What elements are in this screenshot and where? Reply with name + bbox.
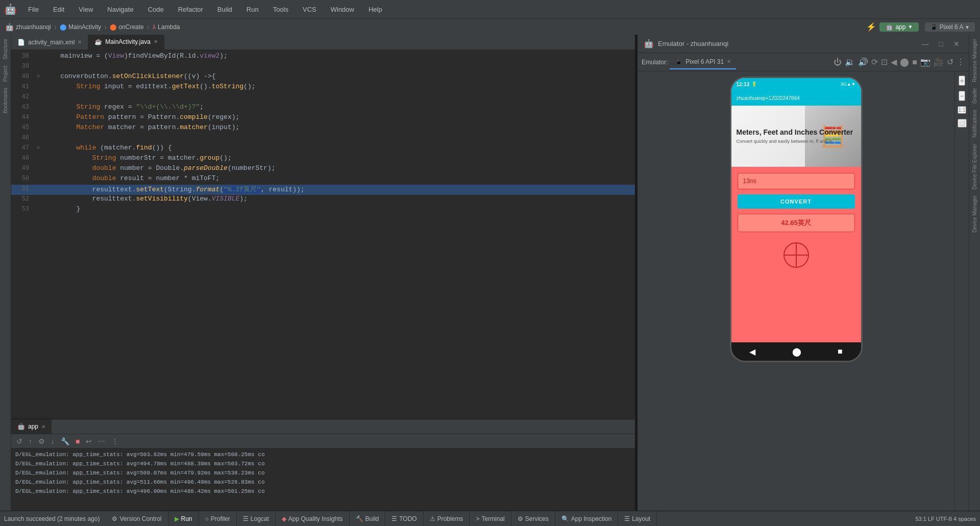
fold-button[interactable]: ⊡ bbox=[881, 57, 888, 67]
phone-recents-button[interactable]: ■ bbox=[838, 347, 843, 356]
crosshair-circle bbox=[783, 242, 809, 268]
emu-add-button[interactable]: + bbox=[959, 76, 965, 86]
problems-icon: ⚠ bbox=[430, 515, 435, 522]
stop-button[interactable]: ■ bbox=[74, 436, 82, 446]
status-tab-terminal[interactable]: > Terminal bbox=[470, 511, 511, 526]
emulator-maximize-button[interactable]: □ bbox=[936, 39, 946, 49]
menu-code[interactable]: Code bbox=[145, 4, 167, 15]
structure-side-icon[interactable]: Structure bbox=[3, 39, 8, 60]
device-select-button[interactable]: 📱 Pixel 6 A ▼ bbox=[925, 22, 975, 32]
volume-down-button[interactable]: 🔉 bbox=[845, 57, 855, 67]
power-button[interactable]: ⏻ bbox=[834, 58, 842, 67]
status-tab-app-inspection[interactable]: 🔍 App Inspection bbox=[555, 511, 618, 526]
home-button[interactable]: ⬤ bbox=[900, 57, 909, 67]
volume-up-button[interactable]: 🔊 bbox=[858, 57, 868, 67]
status-tab-profiler[interactable]: ○ Profiler bbox=[199, 511, 237, 526]
breadcrumb-lambda[interactable]: λ Lambda bbox=[153, 23, 180, 31]
run-label: Run bbox=[181, 515, 192, 522]
status-tab-layout[interactable]: ☰ Layout bbox=[618, 511, 657, 526]
layout-icon: ☰ bbox=[624, 515, 630, 522]
emulator-tab-bar: Emulator: 📱 Pixel 6 API 31 ✕ ⏻ 🔉 🔊 ⟳ ⊡ ◀… bbox=[638, 53, 969, 71]
video-button[interactable]: 🎥 bbox=[934, 57, 944, 67]
status-tab-app-quality-insights[interactable]: ◆ App Quality Insights bbox=[276, 511, 350, 526]
vcs-button[interactable]: ⚡ bbox=[866, 22, 876, 32]
menu-edit[interactable]: Edit bbox=[50, 4, 67, 15]
tab-mainactivity-java[interactable]: ☕ MainActivity.java ✕ bbox=[88, 35, 164, 49]
gradle-side-icon[interactable]: Gradle bbox=[972, 88, 977, 104]
device-manager-side-icon[interactable]: Device Manager bbox=[972, 195, 977, 233]
collapse-button[interactable]: ⋮ bbox=[109, 436, 120, 446]
breadcrumb-project-label: zhuanhuanqi bbox=[16, 23, 51, 31]
java-tab-close[interactable]: ✕ bbox=[154, 39, 158, 44]
xml-tab-icon: 📄 bbox=[17, 39, 25, 46]
menu-tools[interactable]: Tools bbox=[270, 4, 291, 15]
expand-button[interactable]: ⋯ bbox=[96, 436, 107, 446]
menu-build[interactable]: Build bbox=[214, 4, 235, 15]
layout-label: Layout bbox=[632, 515, 650, 522]
breadcrumb-project[interactable]: 🤖 zhuanhuanqi bbox=[5, 23, 51, 31]
run-tab[interactable]: 🤖 app ✕ bbox=[11, 419, 52, 434]
restart-button[interactable]: ↺ bbox=[14, 436, 24, 446]
code-line-39: 39 bbox=[11, 62, 635, 72]
phone-input-field[interactable]: 13mi bbox=[738, 173, 855, 189]
breadcrumb-method[interactable]: ⬤ onCreate bbox=[110, 23, 143, 31]
status-tab-problems[interactable]: ⚠ Problems bbox=[424, 511, 470, 526]
tab-bar: 📄 activity_main.xml ✕ ☕ MainActivity.jav… bbox=[11, 35, 635, 50]
wrench-button[interactable]: 🔧 bbox=[59, 436, 71, 446]
wrap-button[interactable]: ↩ bbox=[84, 436, 94, 446]
status-tab-build[interactable]: 🔨 Build bbox=[350, 511, 386, 526]
xml-tab-close[interactable]: ✕ bbox=[78, 39, 82, 45]
phone-home-button[interactable]: ⬤ bbox=[792, 347, 801, 357]
run-tab-close[interactable]: ✕ bbox=[41, 424, 45, 430]
menu-run[interactable]: Run bbox=[243, 4, 262, 15]
scroll-up-button[interactable]: ↑ bbox=[27, 436, 34, 446]
device-tab-close[interactable]: ✕ bbox=[727, 59, 731, 64]
aqi-label: App Quality Insights bbox=[288, 515, 343, 522]
stop-button-emu[interactable]: ■ bbox=[912, 58, 917, 67]
code-line-44: 44 Pattern pattern = Pattern.compile(reg… bbox=[11, 113, 635, 123]
more-options-button[interactable]: ⋮ bbox=[957, 57, 965, 67]
menu-file[interactable]: File bbox=[25, 4, 42, 15]
menu-vcs[interactable]: VCS bbox=[300, 4, 320, 15]
menu-refactor[interactable]: Refactor bbox=[175, 4, 206, 15]
code-line-47: 47 ◇ while (matcher.find()) { bbox=[11, 144, 635, 154]
log-line-1: D/EGL_emulation: app_time_stats: avg=503… bbox=[15, 450, 631, 459]
phone-crosshair-area bbox=[738, 237, 855, 273]
project-side-icon[interactable]: Project bbox=[3, 66, 8, 82]
menu-window[interactable]: Window bbox=[328, 4, 357, 15]
bookmarks-side-icon[interactable]: Bookmarks bbox=[3, 88, 8, 113]
java-tab-label: MainActivity.java bbox=[105, 38, 150, 45]
camera-button[interactable]: 📷 bbox=[920, 57, 930, 67]
emu-screenshot-button[interactable]: ⬜ bbox=[958, 119, 967, 128]
app-inspection-icon: 🔍 bbox=[561, 515, 569, 522]
emulator-minimize-button[interactable]: — bbox=[919, 39, 932, 49]
status-tab-logcat[interactable]: ☰ Logcat bbox=[237, 511, 276, 526]
emulator-device-tab[interactable]: 📱 Pixel 6 API 31 ✕ bbox=[670, 55, 736, 69]
refresh-button[interactable]: ↺ bbox=[947, 57, 953, 67]
settings-button[interactable]: ⚙ bbox=[36, 436, 47, 446]
status-tab-services[interactable]: ⚙ Services bbox=[511, 511, 555, 526]
menu-navigate[interactable]: Navigate bbox=[104, 4, 136, 15]
status-tab-todo[interactable]: ☰ TODO bbox=[385, 511, 423, 526]
device-file-explorer-side-icon[interactable]: Device File Explorer bbox=[972, 144, 977, 189]
breadcrumb-activity[interactable]: ⬤ MainActivity bbox=[60, 23, 101, 31]
tab-activity-main-xml[interactable]: 📄 activity_main.xml ✕ bbox=[11, 35, 88, 49]
scroll-down-button[interactable]: ↓ bbox=[49, 436, 57, 446]
phone-convert-button[interactable]: CONVERT bbox=[738, 194, 855, 209]
status-tab-version-control[interactable]: ⚙ Version Control bbox=[106, 511, 168, 526]
menu-help[interactable]: Help bbox=[365, 4, 385, 15]
aqi-icon: ◆ bbox=[282, 515, 286, 522]
resource-manager-side-icon[interactable]: Resource Manager bbox=[972, 39, 977, 82]
notifications-side-icon[interactable]: Notifications bbox=[972, 110, 977, 137]
emu-minus-button[interactable]: − bbox=[959, 91, 965, 101]
run-app-button[interactable]: 🤖 app ▼ bbox=[879, 22, 919, 32]
menu-view[interactable]: View bbox=[76, 4, 96, 15]
emulator-close-button[interactable]: ✕ bbox=[950, 39, 963, 49]
phone-back-button[interactable]: ◀ bbox=[749, 347, 755, 357]
terminal-label: Terminal bbox=[481, 515, 504, 522]
back-button[interactable]: ◀ bbox=[891, 57, 897, 67]
emu-ratio-button[interactable]: 1:1 bbox=[958, 106, 967, 114]
status-tab-run[interactable]: ▶ Run bbox=[168, 511, 199, 526]
phone-contact-header: zhuanhuanqi+12020247864 bbox=[731, 90, 861, 106]
rotate-button[interactable]: ⟳ bbox=[871, 57, 878, 67]
